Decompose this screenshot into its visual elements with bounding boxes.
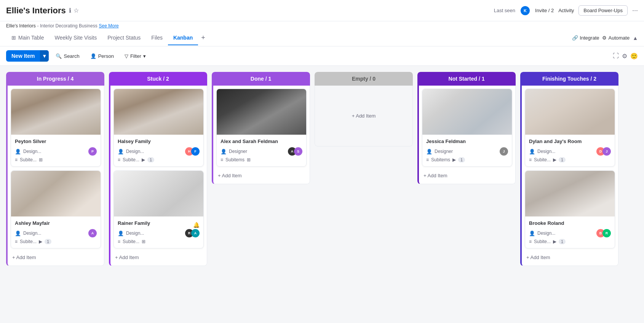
expand-icon2[interactable]: ▶ [39, 239, 42, 244]
subitems-icon3: ≡ [118, 157, 120, 162]
automate-button[interactable]: ⚙ Automate [602, 35, 630, 41]
tab-main-table-label: Main Table [18, 35, 44, 41]
subitems-grid-icon: ⊞ [39, 157, 43, 162]
column-finishing-touches: Finishing Touches / 2 Dylan and Jay's Ro… [520, 72, 618, 266]
invite-button[interactable]: Invite / 2 [535, 8, 554, 13]
add-item-finishing[interactable]: + Add Item [525, 252, 615, 263]
card-peyton-image [11, 89, 101, 135]
expand-icon4[interactable]: ▶ [452, 157, 456, 162]
subitems-icon5: ≡ [221, 157, 223, 162]
column-empty-body: + Add Item [315, 86, 413, 146]
subitems-icon2: ≡ [15, 239, 18, 244]
card-brooke-content: Brooke Roland 👤 Design... B R ≡ Subite..… [525, 216, 615, 248]
person-icon: 👤 [90, 53, 96, 59]
tab-files[interactable]: Files [146, 31, 168, 45]
add-item-in-progress[interactable]: + Add Item [11, 252, 101, 263]
avatar-k: K [520, 5, 531, 16]
tab-kanban[interactable]: Kanban [168, 31, 198, 45]
person-field-icon3: 👤 [118, 149, 124, 154]
add-item-not-started[interactable]: + Add Item [422, 170, 512, 181]
tab-weekly-site-visits[interactable]: Weekly Site Visits [49, 31, 102, 45]
column-not-started-header: Not Started / 1 [417, 72, 516, 86]
card-ashley-subitems-label: Subite... [20, 239, 37, 244]
person-field-icon6: 👤 [426, 149, 432, 154]
toolbar-right: ⛶ ⚙ 🙂 [613, 53, 638, 60]
card-ashley-design-field: 👤 Design... A [15, 229, 97, 237]
column-done: Done / 1 Alex and Sarah Feldman 👤 Design… [212, 72, 310, 184]
tab-project-status[interactable]: Project Status [102, 31, 146, 45]
activity-button[interactable]: Activity [558, 8, 574, 13]
subitems-icon: ≡ [15, 157, 18, 162]
column-not-started-body: Jessica Feldman 👤 Designer J ≡ Subitems … [417, 86, 516, 184]
card-ashley-subitems: ≡ Subite... ▶ 1 [15, 239, 97, 244]
star-icon[interactable]: ☆ [74, 7, 79, 14]
integrate-button[interactable]: 🔗 Integrate [572, 35, 599, 41]
add-tab-button[interactable]: + [198, 34, 208, 42]
subitems-count-badge: 1 [45, 239, 51, 244]
card-rainer-avatar2: A [191, 229, 200, 237]
new-item-button[interactable]: New Item ▾ [6, 50, 49, 62]
card-halsey-avatars: H F [185, 147, 200, 156]
card-brooke-design-label: Design... [537, 231, 594, 236]
settings-icon[interactable]: ⚙ [622, 53, 627, 60]
see-more-link[interactable]: See More [99, 23, 119, 29]
filter-button[interactable]: ▽ Filter ▾ [121, 51, 150, 61]
card-alex-subitems-label: Subitems [225, 157, 244, 162]
column-in-progress: In Progress / 4 Peyton Silver 👤 Design..… [6, 72, 104, 266]
filter-label: Filter [130, 53, 141, 59]
card-peyton-silver: Peyton Silver 👤 Design... P ≡ Subite... … [11, 89, 101, 167]
column-not-started: Not Started / 1 Jessica Feldman 👤 Design… [417, 72, 516, 184]
filter-arrow-icon: ▾ [143, 53, 146, 59]
card-ashley-avatar: A [88, 229, 97, 237]
card-halsey-avatar2: F [191, 147, 200, 156]
card-jessica-avatar: J [500, 147, 508, 156]
card-halsey-subitems-label: Subite... [123, 157, 139, 162]
tab-main-table[interactable]: ⊞ Main Table [6, 31, 49, 45]
card-halsey-image [114, 89, 203, 135]
add-item-done[interactable]: + Add Item [216, 170, 307, 181]
more-options-button[interactable]: ··· [632, 6, 638, 14]
card-halsey-subitems: ≡ Subite... ▶ 1 [118, 157, 200, 162]
emoji-icon[interactable]: 🙂 [630, 53, 638, 60]
card-jessica-design-field: 👤 Designer J [426, 147, 508, 156]
header-right: Last seen K Invite / 2 Activity Board Po… [494, 5, 638, 16]
card-rainer-header-row: Rainer Family 🔔 [118, 220, 200, 229]
expand-icon[interactable]: ⛶ [613, 53, 619, 60]
card-jessica-image [422, 89, 512, 135]
column-done-body: Alex and Sarah Feldman 👤 Designer A S ≡ … [212, 86, 310, 184]
expand-icon6[interactable]: ▶ [553, 239, 556, 244]
breadcrumb-main: Ellie's Interiors [6, 23, 36, 29]
add-item-empty[interactable]: + Add Item [318, 111, 409, 121]
tab-project-label: Project Status [107, 35, 141, 41]
breadcrumb: Ellie's Interiors - Interior Decorating … [0, 21, 644, 30]
card-halsey-family: Halsey Family 👤 Design... H F ≡ Subite..… [113, 89, 204, 167]
column-finishing-body: Dylan and Jay's Room 👤 Design... D J ≡ S… [520, 86, 618, 266]
tabs-bar: ⊞ Main Table Weekly Site Visits Project … [0, 30, 644, 46]
brooke-subitems-count: 1 [559, 239, 566, 244]
collapse-button[interactable]: ▲ [633, 35, 638, 41]
new-item-arrow-icon[interactable]: ▾ [40, 50, 49, 62]
new-item-label: New Item [6, 50, 40, 62]
column-in-progress-header: In Progress / 4 [6, 72, 104, 86]
card-alex-design-field: 👤 Designer A S [221, 147, 302, 156]
tab-kanban-label: Kanban [173, 35, 193, 41]
info-icon[interactable]: ℹ [69, 7, 71, 14]
card-dylan-design-field: 👤 Design... D J [529, 147, 611, 156]
person-button[interactable]: 👤 Person [86, 51, 118, 61]
expand-icon3[interactable]: ▶ [142, 157, 145, 162]
card-brooke-avatars: B R [596, 229, 611, 237]
search-label: Search [64, 53, 79, 59]
avatar-group: K [520, 5, 531, 16]
card-rainer-image [114, 171, 203, 216]
card-halsey-title: Halsey Family [118, 138, 200, 144]
board-power-ups-button[interactable]: Board Power-Ups [578, 5, 628, 16]
card-rainer-content: Rainer Family 🔔 👤 Design... R A ≡ Subite [114, 216, 203, 248]
card-peyton-title: Peyton Silver [15, 138, 97, 144]
expand-icon5[interactable]: ▶ [553, 157, 556, 162]
card-alex-title: Alex and Sarah Feldman [221, 138, 302, 144]
card-alex-avatars: A S [288, 147, 302, 156]
add-item-stuck[interactable]: + Add Item [113, 252, 204, 263]
column-empty-header: Empty / 0 [315, 72, 413, 86]
search-button[interactable]: 🔍 Search [52, 51, 83, 61]
card-rainer-subitems-label: Subite... [123, 239, 139, 244]
